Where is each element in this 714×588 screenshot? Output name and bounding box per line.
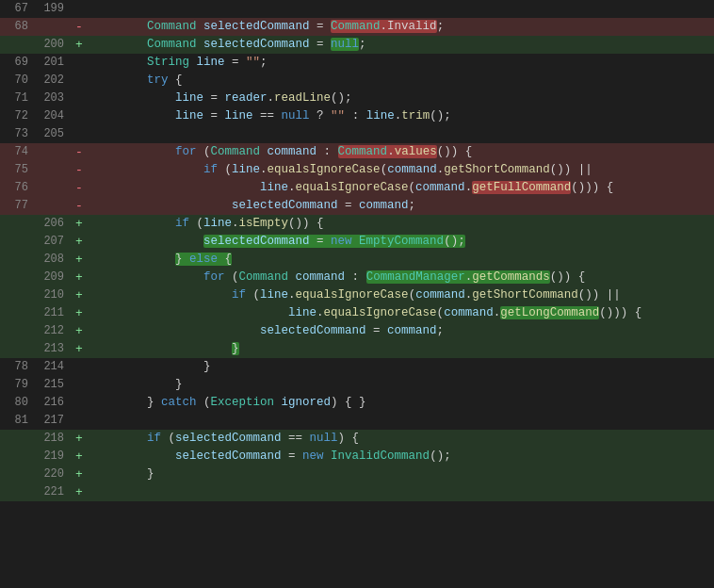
diff-marker xyxy=(72,107,87,125)
diff-row: 218 + if (selectedCommand == null) { xyxy=(0,430,714,448)
line-num-new: 211 xyxy=(36,304,72,322)
diff-marker xyxy=(72,125,87,143)
diff-marker: + xyxy=(72,340,87,358)
diff-row: 211 + line.equalsIgnoreCase(command.getL… xyxy=(0,304,714,322)
diff-code xyxy=(87,0,714,18)
line-num-new: 215 xyxy=(36,376,72,394)
diff-code xyxy=(87,412,714,430)
diff-row: 80 216 } catch (Exception ignored) { } xyxy=(0,394,714,412)
diff-marker: + xyxy=(72,304,87,322)
line-num-old: 75 xyxy=(0,161,36,179)
line-num-old xyxy=(0,304,36,322)
line-num-new: 208 xyxy=(36,251,72,269)
diff-row: 71 203 line = reader.readLine(); xyxy=(0,90,714,107)
line-num-old xyxy=(0,251,36,269)
line-num-new: 209 xyxy=(36,269,72,286)
line-num-new: 206 xyxy=(36,215,72,233)
diff-marker: + xyxy=(72,466,87,483)
diff-row: 68 - Command selectedCommand = Command.I… xyxy=(0,18,714,36)
diff-row: 74 - for (Command command : Command.valu… xyxy=(0,143,714,161)
line-num-old xyxy=(0,340,36,358)
diff-marker: - xyxy=(72,18,87,36)
diff-marker: + xyxy=(72,251,87,269)
line-num-new: 199 xyxy=(36,0,72,18)
diff-row: 209 + for (Command command : CommandMana… xyxy=(0,269,714,286)
diff-code: for (Command command : CommandManager.ge… xyxy=(87,269,714,286)
diff-row: 220 + } xyxy=(0,466,714,483)
diff-marker xyxy=(72,90,87,107)
diff-row: 210 + if (line.equalsIgnoreCase(command.… xyxy=(0,286,714,304)
diff-row: 81 217 xyxy=(0,412,714,430)
line-num-old xyxy=(0,233,36,251)
diff-code: if (line.equalsIgnoreCase(command.getSho… xyxy=(87,286,714,304)
diff-row: 67 199 xyxy=(0,0,714,18)
line-num-new xyxy=(36,143,72,161)
diff-marker: + xyxy=(72,233,87,251)
line-num-new: 201 xyxy=(36,54,72,72)
line-num-old xyxy=(0,286,36,304)
diff-code: } catch (Exception ignored) { } xyxy=(87,394,714,412)
line-num-new xyxy=(36,179,72,197)
diff-marker: + xyxy=(72,448,87,466)
line-num-old: 74 xyxy=(0,143,36,161)
diff-code: line.equalsIgnoreCase(command.getLongCom… xyxy=(87,304,714,322)
diff-marker: - xyxy=(72,179,87,197)
line-num-old: 76 xyxy=(0,179,36,197)
line-num-new: 203 xyxy=(36,90,72,107)
diff-code: } xyxy=(87,358,714,376)
diff-code: } else { xyxy=(87,251,714,269)
diff-marker xyxy=(72,54,87,72)
diff-row: 70 202 try { xyxy=(0,72,714,90)
diff-code: } xyxy=(87,376,714,394)
diff-code: for (Command command : Command.values())… xyxy=(87,143,714,161)
diff-container: 67 199 68 - Command selectedCommand = Co… xyxy=(0,0,714,588)
diff-marker: + xyxy=(72,269,87,286)
diff-code: selectedCommand = new InvalidCommand(); xyxy=(87,448,714,466)
diff-marker: + xyxy=(72,286,87,304)
diff-marker: + xyxy=(72,36,87,54)
diff-code: if (line.equalsIgnoreCase(command.getSho… xyxy=(87,161,714,179)
diff-row: 73 205 xyxy=(0,125,714,143)
line-num-new: 200 xyxy=(36,36,72,54)
line-num-new: 212 xyxy=(36,322,72,340)
line-num-old: 77 xyxy=(0,197,36,215)
line-num-old xyxy=(0,322,36,340)
line-num-new: 219 xyxy=(36,448,72,466)
diff-code: Command selectedCommand = null; xyxy=(87,36,714,54)
line-num-new: 205 xyxy=(36,125,72,143)
diff-row: 213 + } xyxy=(0,340,714,358)
diff-row: 69 201 String line = ""; xyxy=(0,54,714,72)
line-num-old xyxy=(0,215,36,233)
diff-row: 206 + if (line.isEmpty()) { xyxy=(0,215,714,233)
diff-row: 207 + selectedCommand = new EmptyCommand… xyxy=(0,233,714,251)
diff-code: selectedCommand = command; xyxy=(87,322,714,340)
diff-code: Command selectedCommand = Command.Invali… xyxy=(87,18,714,36)
diff-row: 200 + Command selectedCommand = null; xyxy=(0,36,714,54)
diff-row: 208 + } else { xyxy=(0,251,714,269)
line-num-old: 72 xyxy=(0,107,36,125)
line-num-old: 78 xyxy=(0,358,36,376)
line-num-new: 214 xyxy=(36,358,72,376)
diff-row: 221 + xyxy=(0,483,714,501)
diff-row: 72 204 line = line == null ? "" : line.t… xyxy=(0,107,714,125)
line-num-old xyxy=(0,483,36,501)
diff-marker xyxy=(72,358,87,376)
line-num-old: 70 xyxy=(0,72,36,90)
line-num-old xyxy=(0,36,36,54)
diff-marker: + xyxy=(72,322,87,340)
diff-row: 76 - line.equalsIgnoreCase(command.getFu… xyxy=(0,179,714,197)
line-num-new: 213 xyxy=(36,340,72,358)
line-num-new: 207 xyxy=(36,233,72,251)
line-num-old: 69 xyxy=(0,54,36,72)
diff-marker xyxy=(72,412,87,430)
line-num-new: 218 xyxy=(36,430,72,448)
diff-marker: - xyxy=(72,197,87,215)
line-num-old xyxy=(0,448,36,466)
diff-marker xyxy=(72,376,87,394)
diff-marker xyxy=(72,0,87,18)
diff-code: if (selectedCommand == null) { xyxy=(87,430,714,448)
diff-code: selectedCommand = command; xyxy=(87,197,714,215)
diff-code: line = line == null ? "" : line.trim(); xyxy=(87,107,714,125)
line-num-old xyxy=(0,466,36,483)
line-num-new: 220 xyxy=(36,466,72,483)
